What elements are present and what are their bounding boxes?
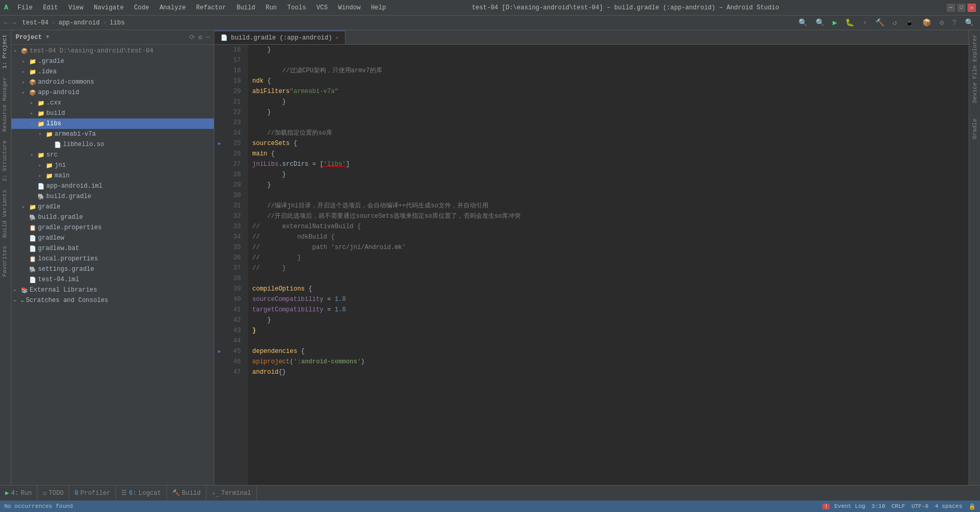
gutter-line <box>214 305 225 315</box>
profile-icon[interactable]: ⚡ <box>860 17 869 28</box>
gutter-line[interactable]: ▶ <box>214 346 225 357</box>
tree-item-build-gradle-root[interactable]: 🐘build.gradle <box>11 212 214 222</box>
tree-item-gradle-root[interactable]: ▸📁gradle <box>11 202 214 212</box>
tree-item-gradle-properties[interactable]: 📋gradle.properties <box>11 222 214 233</box>
search-everywhere-icon[interactable]: 🔍 <box>796 17 809 28</box>
nav-back-button[interactable]: ← <box>4 19 8 27</box>
tree-item-build-gradle[interactable]: 🐘build.gradle <box>11 191 214 202</box>
gutter-line <box>214 201 225 211</box>
tree-item-external-libs[interactable]: ▸📚External Libraries <box>11 285 214 295</box>
menu-run[interactable]: Run <box>264 3 279 12</box>
tree-item-gradlew-bat[interactable]: 📄gradlew.bat <box>11 243 214 254</box>
sync-icon[interactable]: ↺ <box>891 17 899 28</box>
gutter-line <box>214 55 225 65</box>
menu-analyze[interactable]: Analyze <box>158 3 188 12</box>
menu-view[interactable]: View <box>66 3 85 12</box>
tree-item-gradlew[interactable]: 📄gradlew <box>11 233 214 243</box>
tree-file-icon: ✏ <box>21 297 24 304</box>
tree-item-settings-gradle[interactable]: 🐘settings.gradle <box>11 264 214 274</box>
avd-icon[interactable]: 📱 <box>903 17 916 28</box>
settings-icon[interactable]: ⚙ <box>937 17 946 28</box>
menu-build[interactable]: Build <box>235 3 257 12</box>
editor-tab-build-gradle[interactable]: 📄 build.gradle (:app-android) ✕ <box>214 31 345 44</box>
code-line <box>252 273 964 284</box>
menu-file[interactable]: File <box>16 3 35 12</box>
menu-tools[interactable]: Tools <box>285 3 308 12</box>
menu-edit[interactable]: Edit <box>41 3 60 12</box>
collapse-panel-icon[interactable]: — <box>205 33 210 42</box>
debug-icon[interactable]: 🐛 <box>843 17 856 28</box>
tree-item-label: .cxx <box>46 99 61 107</box>
breadcrumb-libs[interactable]: libs <box>110 19 125 27</box>
menu-window[interactable]: Window <box>336 3 363 12</box>
menu-help[interactable]: Help <box>369 3 388 12</box>
vert-tab-device-file-explorer[interactable]: Device File Explorer <box>971 32 979 105</box>
sdk-icon[interactable]: 📦 <box>920 17 933 28</box>
sync-panel-icon[interactable]: ⟳ <box>189 33 195 42</box>
menu-navigate[interactable]: Navigate <box>92 3 126 12</box>
tree-item-local-properties[interactable]: 📋local.properties <box>11 254 214 264</box>
vert-tab-structure[interactable]: 2: Structure <box>0 136 11 186</box>
tree-item-idea-folder[interactable]: ▸📁.idea <box>11 67 214 77</box>
bottom-tab-terminal[interactable]: ›_ Terminal <box>207 485 257 501</box>
search-top-icon[interactable]: 🔍 <box>963 17 976 28</box>
minimize-button[interactable]: — <box>947 4 955 12</box>
breadcrumb-appandroid[interactable]: app-android <box>58 19 99 27</box>
vert-tab-favorites[interactable]: Favorites <box>0 242 11 281</box>
nav-forward-button[interactable]: → <box>11 19 16 27</box>
tab-close-icon[interactable]: ✕ <box>335 34 339 41</box>
menu-vcs[interactable]: VCS <box>314 3 330 12</box>
menu-bar: File Edit View Navigate Code Analyze Ref… <box>16 3 388 12</box>
help-icon[interactable]: ? <box>950 18 959 28</box>
tree-item-libhello[interactable]: 📄libhello.so <box>11 139 214 150</box>
vert-tab-gradle[interactable]: Gradle <box>971 116 979 141</box>
menu-refactor[interactable]: Refactor <box>194 3 228 12</box>
gutter-line[interactable]: ▶ <box>214 138 225 149</box>
tree-item-armeabi-folder[interactable]: ▾📁armeabi-v7a <box>11 129 214 139</box>
menu-code[interactable]: Code <box>132 3 151 12</box>
breadcrumb-test04[interactable]: test-04 <box>22 19 48 27</box>
error-badge[interactable]: ! Event Log <box>822 503 865 510</box>
tree-item-gradle-folder[interactable]: ▸📁.gradle <box>11 56 214 67</box>
tree-item-app-android[interactable]: ▸📦app-android <box>11 87 214 98</box>
close-button[interactable]: ✕ <box>968 4 976 12</box>
bottom-tab-run[interactable]: ▶ 4: Run <box>0 485 37 501</box>
encoding[interactable]: UTF-8 <box>911 503 929 510</box>
tree-item-label: src <box>46 151 58 159</box>
tree-item-label: libs <box>46 120 61 127</box>
build-icon[interactable]: 🔨 <box>873 17 886 28</box>
tree-arrow-icon: ▾ <box>30 121 36 127</box>
indent[interactable]: 4 spaces <box>935 503 962 510</box>
tree-item-test-04[interactable]: ▾📦test-04 D:\easing-android\test-04 <box>11 46 214 56</box>
event-log-label[interactable]: Event Log <box>834 503 865 509</box>
tree-item-src-folder[interactable]: ▾📁src <box>11 150 214 160</box>
line-ending[interactable]: CRLF <box>892 503 905 510</box>
gear-panel-icon[interactable]: ⚙ <box>198 33 202 42</box>
tree-item-scratches[interactable]: ▸✏Scratches and Consoles <box>11 295 214 306</box>
bottom-tab-build[interactable]: 🔨 Build <box>167 485 207 501</box>
tree-item-libs-folder[interactable]: ▾📁libs <box>11 119 214 129</box>
tree-item-android-commons[interactable]: ▸📦android-commons <box>11 77 214 87</box>
vert-tab-build-variants[interactable]: Build Variants <box>0 186 11 242</box>
dropdown-arrow-icon[interactable]: ▼ <box>46 34 49 40</box>
tree-item-label: android-commons <box>38 78 94 86</box>
bottom-tab-profiler[interactable]: 0 Profiler <box>69 485 116 501</box>
tree-item-build-folder[interactable]: ▸📁build <box>11 108 214 119</box>
maximize-button[interactable]: □ <box>957 4 965 12</box>
tree-item-cxx-folder[interactable]: ▸📁.cxx <box>11 98 214 108</box>
bottom-tab-todo[interactable]: ☑ TODO <box>37 485 69 501</box>
search2-icon[interactable]: 🔍 <box>814 17 827 28</box>
tree-item-jni-folder[interactable]: ▸📁jni <box>11 160 214 170</box>
code-content[interactable]: } //过滤CPU架构，只使用armv7的库 ndk { abiFilters … <box>248 45 969 485</box>
vert-tab-project[interactable]: 1: Project <box>0 30 11 73</box>
line-number: 43 <box>225 325 244 336</box>
run-icon[interactable]: ▶ <box>831 17 839 28</box>
bottom-tab-logcat[interactable]: ☰ 6: Logcat <box>116 485 167 501</box>
code-editor[interactable]: ▶▶ 1617181920212223242526272829303132333… <box>214 45 969 485</box>
tree-item-main-folder[interactable]: ▸📁main <box>11 170 214 181</box>
vert-tab-resource-manager[interactable]: Resource Manager <box>0 73 11 136</box>
gutter-line <box>214 242 225 253</box>
tree-item-app-iml[interactable]: 📄app-android.iml <box>11 181 214 191</box>
vcs-icon: 🔒 <box>969 503 976 510</box>
tree-item-test04-iml[interactable]: 📄test-04.iml <box>11 274 214 285</box>
